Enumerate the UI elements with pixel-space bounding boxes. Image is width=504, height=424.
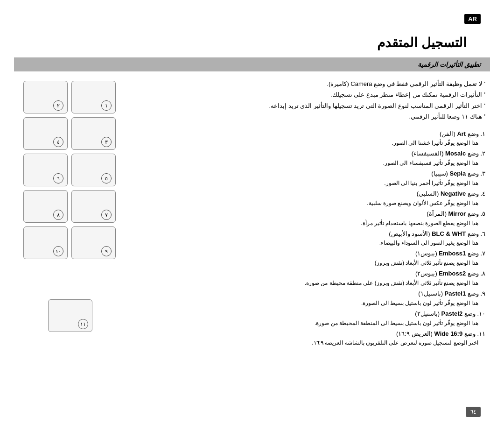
grid-area: ٢ ١ ٤ ٣ ٦ ٥ [14,78,117,349]
list-item: ١١. وضع 16:9 Wide (العريض ١٦:٩) اختر الو… [126,329,485,347]
bullet-item-2: التأثيرات الرقمية تمكنك من إعطاء منظر مب… [126,89,485,100]
list-item: ٢. وضع Mosaic (الفسيفساء) هذا الوضع يوفّ… [126,149,485,167]
cell-number-8: ٨ [53,210,63,220]
grid-cell-10: ١٠ [23,226,68,259]
cell-number-3: ٣ [101,137,112,147]
grid-cell-9: ٩ [71,226,116,259]
grid-cell-3: ٣ [71,117,116,150]
cell-number-11: ١١ [78,319,88,329]
page-number: ٦٤ [466,407,481,417]
cell-number-10: ١٠ [53,246,63,256]
grid-cell-11: ١١ [48,299,92,332]
grid-cell-8: ٨ [23,190,68,223]
grid-cell-1: ١ [71,81,116,113]
grid-cell-5: ٥ [71,154,116,186]
text-area: لا تعمل وظيفة التأثير الرقمي فقط في وضع … [126,78,490,349]
bullet-item-1: لا تعمل وظيفة التأثير الرقمي فقط في وضع … [126,78,485,89]
cell-number-9: ٩ [101,246,112,256]
list-item: ٤. وضع Negative (السلبي) هذا الوضع يوفّر… [126,189,485,207]
section-header: تطبيق التأثيرات الرقمية [14,57,490,71]
list-item: ٦. وضع BLC & WHT (الأسود والأبيض) هذا ال… [126,229,485,247]
page-container: AR التسجيل المتقدم تطبيق التأثيرات الرقم… [0,0,504,424]
grid-last-row: ١١ [23,299,117,332]
list-item: ١٠. وضع Pastel2 (باستيل٢) هذا الوضع يوفّ… [126,309,485,327]
list-item: ٧. وضع Emboss1 (يبوس١) هذا الوضع يصنع تأ… [126,249,485,267]
list-item: ٩. وضع Pastel1 (باستيل١) هذا الوضع يوفّر… [126,289,485,307]
grid-cell-7: ٧ [71,190,116,223]
cell-number-2: ٢ [53,100,63,111]
bullet-item-3: اختر التأثير الرقمي المناسب لنوع الصورة … [126,100,485,111]
grid-container: ٢ ١ ٤ ٣ ٦ ٥ [23,81,117,296]
cell-number-6: ٦ [53,173,63,184]
cell-number-7: ٧ [101,210,112,220]
cell-number-1: ١ [101,100,112,111]
bullet-item-4: هناك ١١ وضعا للتأثير الرقمي. [126,111,485,122]
grid-cell-2: ٢ [23,81,68,113]
grid-cell-6: ٦ [23,154,68,186]
cell-number-4: ٤ [53,137,63,147]
section-header-text: تطبيق التأثيرات الرقمية [418,61,481,68]
numbered-list: ١. وضع Art (الفن) هذا الوضع يوفّر تأثيرا… [126,129,485,347]
ar-badge: AR [464,14,481,24]
list-item: ٥. وضع Mirror (المرآة) هذا الوضع يقطع ال… [126,209,485,227]
main-content: لا تعمل وظيفة التأثير الرقمي فقط في وضع … [14,78,490,349]
grid-cell-4: ٤ [23,117,68,150]
list-item: ٨. وضع Emboss2 (يبوس٢) هذا الوضع يصنع تأ… [126,269,485,287]
list-item: ٣. وضع Sepia (سيبيا) هذا الوضع يوفّر تأث… [126,169,485,187]
cell-number-5: ٥ [101,173,112,184]
list-item: ١. وضع Art (الفن) هذا الوضع يوفّر تأثيرا… [126,129,485,148]
page-title: التسجيل المتقدم [14,35,467,50]
bullet-points: لا تعمل وظيفة التأثير الرقمي فقط في وضع … [126,78,485,122]
